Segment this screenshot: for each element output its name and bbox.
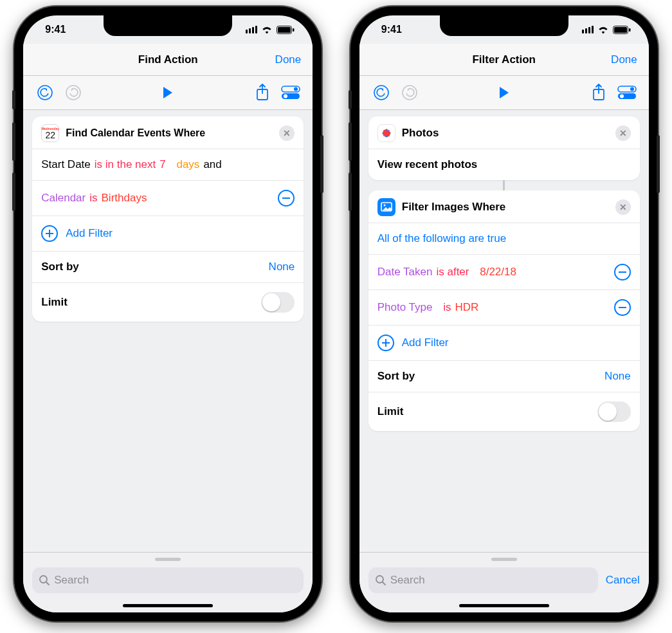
filter-images-card: Filter Images Where ✕ All of the followi… (368, 190, 640, 431)
filter-value[interactable]: 8/22/18 (480, 266, 516, 279)
undo-button[interactable] (371, 82, 392, 103)
done-button[interactable]: Done (275, 53, 302, 66)
photos-desc[interactable]: View recent photos (368, 149, 640, 180)
content-area: Wednesday 22 Find Calendar Events Where … (23, 110, 313, 552)
toolbar (359, 76, 649, 110)
card-title: Filter Images Where (402, 201, 609, 214)
sort-value[interactable]: None (269, 261, 295, 273)
filter-value[interactable]: HDR (455, 301, 478, 314)
grabber[interactable] (155, 558, 181, 561)
filter-op[interactable]: is after (436, 266, 469, 279)
condition-group-label[interactable]: All of the following are true (377, 232, 506, 245)
grabber[interactable] (491, 558, 517, 561)
limit-label: Limit (377, 405, 404, 418)
search-input[interactable]: Search (32, 567, 304, 593)
filter-op[interactable]: is (89, 192, 97, 205)
sort-label: Sort by (41, 261, 79, 273)
settings-toggle-button[interactable] (617, 82, 637, 103)
sort-label: Sort by (377, 370, 415, 383)
limit-toggle[interactable] (261, 292, 295, 313)
cancel-button[interactable]: Cancel (606, 574, 640, 587)
search-placeholder: Search (54, 574, 89, 587)
wifi-icon (261, 26, 273, 34)
limit-toggle[interactable] (597, 401, 631, 422)
filter-op[interactable]: is (443, 301, 451, 314)
play-button[interactable] (494, 82, 514, 103)
plus-icon (377, 335, 394, 351)
svg-line-33 (383, 582, 385, 585)
limit-row: Limit (32, 282, 304, 322)
done-button[interactable]: Done (611, 53, 637, 66)
plus-icon (41, 225, 58, 242)
condition-group-row[interactable]: All of the following are true (368, 223, 640, 254)
find-events-card: Wednesday 22 Find Calendar Events Where … (32, 116, 304, 322)
filter-field[interactable]: Date Taken (377, 266, 433, 279)
redo-button (399, 82, 420, 103)
share-button[interactable] (588, 82, 609, 103)
nav-title: Find Action (138, 53, 198, 66)
filter-value[interactable]: Birthdays (102, 192, 147, 205)
status-time: 9:41 (45, 24, 66, 35)
filter-num[interactable]: 7 (159, 158, 165, 171)
close-icon[interactable]: ✕ (279, 125, 295, 141)
svg-point-21 (620, 95, 624, 98)
play-button[interactable] (158, 82, 178, 103)
limit-label: Limit (41, 296, 68, 309)
remove-filter-icon[interactable] (614, 299, 631, 316)
filter-row-start-date[interactable]: Start Date is in the next 7 days and (32, 149, 304, 180)
sort-by-row[interactable]: Sort by None (32, 251, 304, 282)
filter-field[interactable]: Photo Type (377, 301, 433, 314)
bottom-panel[interactable]: Search (23, 552, 313, 612)
svg-point-19 (630, 87, 634, 91)
close-icon[interactable]: ✕ (615, 125, 631, 141)
svg-point-16 (403, 86, 417, 100)
card-title: Photos (402, 127, 609, 140)
home-indicator[interactable] (459, 604, 549, 607)
bottom-panel[interactable]: Search Cancel (359, 552, 649, 612)
notch (104, 15, 232, 36)
filter-unit[interactable]: days (176, 158, 199, 171)
cellular-icon (582, 26, 594, 33)
filter-conj: and (203, 158, 221, 171)
svg-point-31 (383, 205, 385, 206)
calendar-icon: Wednesday 22 (41, 124, 59, 142)
phone-left: 9:41 Find Action Done (14, 6, 322, 621)
filter-row-date-taken[interactable]: Date Taken is after 8/22/18 (368, 254, 640, 289)
wifi-icon (597, 26, 609, 34)
filter-row-calendar[interactable]: Calendar is Birthdays (32, 180, 304, 216)
share-button[interactable] (252, 82, 273, 103)
svg-point-32 (376, 576, 383, 583)
svg-rect-1 (278, 27, 291, 33)
svg-point-15 (374, 86, 388, 100)
battery-icon (613, 26, 631, 34)
home-indicator[interactable] (123, 604, 213, 607)
settings-toggle-button[interactable] (280, 82, 301, 103)
search-icon (39, 574, 50, 586)
sort-value[interactable]: None (604, 370, 631, 383)
add-filter-label: Add Filter (66, 227, 113, 240)
search-icon (375, 574, 386, 586)
remove-filter-icon[interactable] (614, 264, 631, 280)
photos-icon (377, 124, 395, 142)
svg-point-7 (294, 87, 298, 91)
svg-rect-2 (293, 28, 295, 32)
filter-field[interactable]: Calendar (41, 192, 86, 205)
status-time: 9:41 (381, 24, 402, 35)
search-input[interactable]: Search (368, 567, 598, 593)
content-area: Photos ✕ View recent photos Filter Image… (359, 110, 649, 552)
filter-row-photo-type[interactable]: Photo Type is HDR (368, 289, 640, 325)
add-filter-row[interactable]: Add Filter (368, 325, 640, 360)
notch (440, 15, 568, 36)
add-filter-row[interactable]: Add Filter (32, 216, 304, 251)
sort-by-row[interactable]: Sort by None (368, 360, 640, 392)
filter-op[interactable]: is in the next (95, 158, 156, 171)
close-icon[interactable]: ✕ (615, 199, 631, 215)
undo-button[interactable] (35, 82, 55, 103)
svg-point-10 (40, 576, 47, 583)
search-placeholder: Search (390, 574, 425, 587)
phone-right: 9:41 Filter Action Done (350, 6, 658, 621)
photos-card: Photos ✕ View recent photos (368, 116, 640, 180)
remove-filter-icon[interactable] (278, 190, 295, 206)
connector (368, 180, 640, 190)
nav-title: Filter Action (472, 53, 536, 66)
